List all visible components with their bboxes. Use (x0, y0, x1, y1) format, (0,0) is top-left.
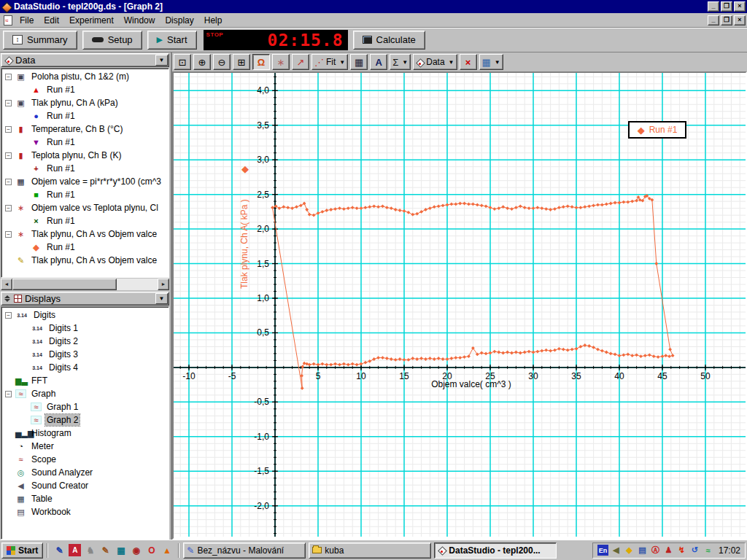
smart-cursor-xy-button[interactable]: ∗ (272, 54, 290, 70)
expand-toggle[interactable]: − (5, 312, 12, 319)
display-item-graph[interactable]: −≈Graph (1, 387, 169, 400)
data-tree-hscrollbar[interactable]: ◄ ► (1, 279, 169, 290)
minimize-button[interactable]: _ (708, 1, 719, 12)
menu-experiment[interactable]: Experiment (64, 14, 119, 27)
data-item-objem-valce-vs-teplota-plynu-c[interactable]: −∗Objem valce vs Teplota plynu, Cl (1, 201, 169, 214)
scroll-track[interactable] (117, 279, 158, 290)
task-datastudio[interactable]: DataStudio - tepl200... (434, 542, 557, 559)
data-button[interactable]: Data▼ (413, 54, 457, 70)
quick-launch-messenger-icon[interactable]: ♞ (84, 544, 96, 556)
expand-toggle[interactable]: − (5, 74, 12, 80)
close-button[interactable]: × (734, 1, 746, 12)
menu-display[interactable]: Display (160, 14, 198, 27)
display-item-graph-2[interactable]: ≈Graph 2 (1, 413, 169, 427)
quick-launch-opera-icon[interactable]: O (145, 544, 158, 556)
statistics-dropdown-arrow[interactable]: ▼ (400, 59, 408, 66)
data-item-run-1[interactable]: +Run #1 (1, 162, 169, 175)
panel-splitter-icon[interactable] (4, 295, 10, 302)
tray-network-icon[interactable]: ≈ (703, 545, 713, 556)
expand-toggle[interactable]: − (5, 231, 12, 238)
graph-settings-button[interactable]: ▦▼ (479, 54, 503, 70)
display-item-fft[interactable]: ▆▃FFT (1, 374, 169, 387)
tray-language-indicator-icon[interactable]: En (597, 545, 608, 556)
data-item-run-1[interactable]: ×Run #1 (1, 214, 169, 228)
slope-tool-button[interactable]: ↗ (292, 54, 309, 70)
text-annotation-button[interactable]: A (370, 54, 387, 70)
display-item-workbook[interactable]: ▤Workbook (1, 505, 169, 518)
data-item-teplota-plynu-ch-b-k[interactable]: −▮Teplota plynu, Ch B (K) (1, 149, 169, 162)
display-item-sound-creator[interactable]: ◀Sound Creator (1, 479, 169, 492)
menu-file[interactable]: File (15, 14, 39, 27)
quick-launch-winamp-icon[interactable]: ▲ (160, 544, 173, 556)
display-item-digits[interactable]: −3.14Digits (1, 308, 169, 322)
data-item-run-1[interactable]: ▲Run #1 (1, 83, 169, 96)
tray-ati-icon[interactable]: Ⓐ (650, 545, 661, 556)
expand-toggle[interactable]: − (5, 179, 12, 185)
zoom-out-button[interactable]: ⊖ (213, 54, 231, 70)
fit-dropdown-arrow[interactable]: ▼ (338, 59, 345, 66)
tray-agent-icon[interactable]: ♟ (663, 545, 674, 556)
legend[interactable]: ◆ Run #1 (628, 121, 686, 139)
quick-launch-show-desktop-icon[interactable]: ✎ (53, 544, 66, 556)
statistics-button[interactable]: Σ▼ (390, 54, 411, 70)
data-panel-dropdown-arrow[interactable]: ▼ (155, 55, 168, 66)
quick-launch-paint-icon[interactable]: ✎ (99, 544, 112, 556)
data-panel-header[interactable]: Data ▼ (1, 53, 169, 67)
tray-tweakui-icon[interactable]: ◆ (624, 545, 635, 556)
restore-button[interactable]: ❐ (721, 1, 732, 12)
data-item-run-1[interactable]: ◆Run #1 (1, 241, 169, 254)
chart-canvas[interactable]: -10-551015202530354045504,03,53,02,52,01… (174, 73, 746, 537)
display-item-histogram[interactable]: ▅▂▆Histogram (1, 427, 169, 440)
calculate-button[interactable]: Calculate (353, 31, 425, 50)
data-dropdown-arrow[interactable]: ▼ (447, 59, 454, 66)
plot-area[interactable]: -10-551015202530354045504,03,53,02,52,01… (172, 71, 747, 540)
data-item-poloha-pistu-ch-1-2-m[interactable]: −▣Poloha pistu, Ch 1&2 (m) (1, 70, 169, 83)
expand-toggle[interactable]: − (5, 126, 12, 133)
calculator-button[interactable]: ▦ (350, 54, 368, 70)
quick-launch-acrobat-icon[interactable]: A (69, 544, 81, 556)
menu-window[interactable]: Window (119, 14, 160, 27)
display-item-graph-1[interactable]: ≈Graph 1 (1, 400, 169, 413)
task-folder-kuba[interactable]: kuba (309, 542, 431, 559)
smart-tool-button[interactable]: Ω (252, 54, 270, 70)
display-item-digits-3[interactable]: 3.14Digits 3 (1, 348, 169, 361)
data-item-objem-valce-pi-r-r-y-100-cm-3[interactable]: −▦Objem valce = pi*r*r*y*100 (cm^3 (1, 175, 169, 188)
data-item-tlak-plynu-ch-a-kpa[interactable]: −▣Tlak plynu, Ch A (kPa) (1, 96, 169, 109)
display-item-scope[interactable]: ≈Scope (1, 453, 169, 466)
data-item-run-1[interactable]: ●Run #1 (1, 109, 169, 122)
start-button-experiment[interactable]: ▶ Start (147, 31, 197, 50)
document-icon[interactable] (4, 15, 12, 26)
data-item-temperature-ch-b-c[interactable]: −▮Temperature, Ch B (°C) (1, 122, 169, 136)
setup-button[interactable]: Setup (82, 31, 142, 50)
quick-launch-calculator-icon[interactable]: ▦ (115, 544, 127, 556)
zoom-select-button[interactable]: ⊞ (233, 54, 250, 70)
tray-scheduler-icon[interactable]: ▤ (637, 545, 648, 556)
tray-power-icon[interactable]: ↯ (676, 545, 687, 556)
data-item-run-1[interactable]: ▼Run #1 (1, 136, 169, 149)
display-item-table[interactable]: ▦Table (1, 492, 169, 505)
expand-toggle[interactable]: − (5, 100, 12, 106)
display-item-meter[interactable]: ◔Meter (1, 440, 169, 453)
child-restore-button[interactable]: ❐ (721, 15, 732, 26)
displays-panel-header[interactable]: Displays ▼ (1, 292, 169, 306)
zoom-in-button[interactable]: ⊕ (193, 54, 211, 70)
quick-launch-dragon-icon[interactable]: ◉ (130, 544, 142, 556)
menu-edit[interactable]: Edit (39, 14, 64, 27)
child-close-button[interactable]: × (734, 15, 746, 26)
scroll-right-arrow[interactable]: ► (158, 279, 169, 290)
tray-update-icon[interactable]: ↺ (689, 545, 700, 556)
tray-volume-icon[interactable]: ◀ (611, 545, 622, 556)
summary-button[interactable]: ↕ Summary (3, 31, 77, 50)
scroll-thumb[interactable] (12, 279, 117, 290)
graph-settings-dropdown-arrow[interactable]: ▼ (493, 59, 500, 66)
data-item-tlak-plynu-ch-a-vs-objem-valce[interactable]: −∗Tlak plynu, Ch A vs Objem valce (1, 228, 169, 241)
fit-button[interactable]: ⋰Fit▼ (311, 54, 348, 70)
display-item-digits-1[interactable]: 3.14Digits 1 (1, 322, 169, 335)
data-item-run-1[interactable]: ■Run #1 (1, 188, 169, 201)
scroll-left-arrow[interactable]: ◄ (1, 279, 12, 290)
displays-panel-dropdown-arrow[interactable]: ▼ (155, 293, 168, 304)
expand-toggle[interactable]: − (5, 152, 12, 159)
child-minimize-button[interactable]: _ (708, 15, 719, 26)
display-item-digits-4[interactable]: 3.14Digits 4 (1, 361, 169, 374)
menu-help[interactable]: Help (199, 14, 228, 27)
